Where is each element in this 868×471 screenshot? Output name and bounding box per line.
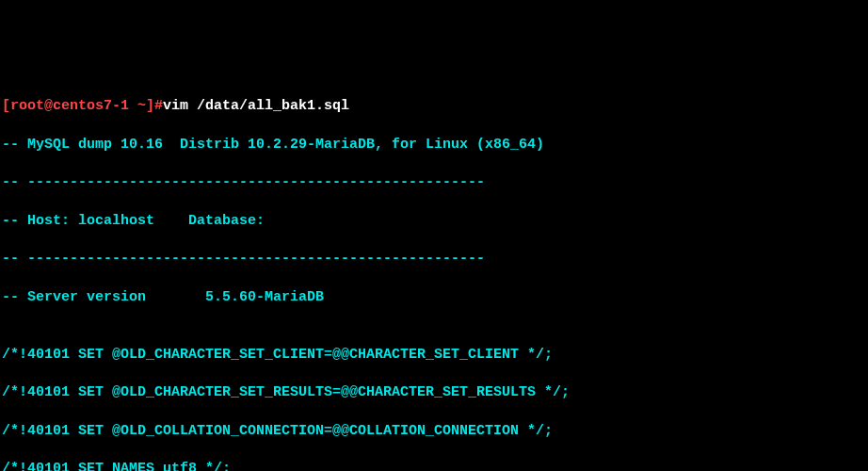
file-line: -- -------------------------------------…	[2, 173, 866, 192]
prompt-user-host: [root@centos7-1	[2, 98, 129, 114]
file-line: /*!40101 SET @OLD_CHARACTER_SET_RESULTS=…	[2, 383, 866, 402]
command-text: vim /data/all_bak1.sql	[163, 98, 349, 114]
prompt-line: [root@centos7-1 ~]#vim /data/all_bak1.sq…	[2, 97, 866, 116]
file-line: -- Server version 5.5.60-MariaDB	[2, 288, 866, 307]
file-line: /*!40101 SET @OLD_CHARACTER_SET_CLIENT=@…	[2, 346, 866, 365]
file-line: /*!40101 SET @OLD_COLLATION_CONNECTION=@…	[2, 422, 866, 441]
file-line: -- MySQL dump 10.16 Distrib 10.2.29-Mari…	[2, 136, 866, 154]
prompt-tilde: ~	[137, 98, 146, 114]
file-line: -- -------------------------------------…	[2, 250, 866, 268]
file-line: -- Host: localhost Database:	[2, 212, 866, 231]
terminal-window[interactable]: [root@centos7-1 ~]#vim /data/all_bak1.sq…	[2, 78, 866, 471]
prompt-marker: ]#	[146, 98, 163, 114]
prompt-tilde-space	[129, 98, 137, 114]
file-line: /*!40101 SET NAMES utf8 */;	[2, 460, 866, 471]
